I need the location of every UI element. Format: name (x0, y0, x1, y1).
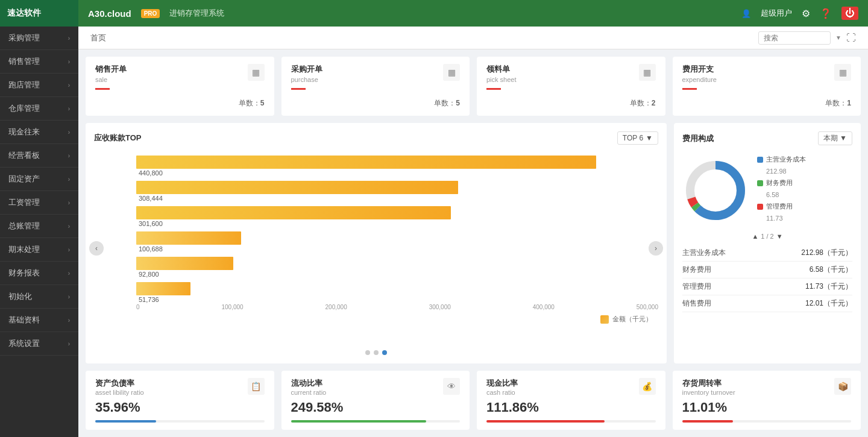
bar-row: 洪海科技 301,600 (136, 201, 658, 224)
bar-row: 广东红升 51,736 (136, 277, 658, 300)
sidebar-item-跑店管理[interactable]: 跑店管理› (0, 74, 78, 97)
period-select[interactable]: 本期 ▼ (818, 131, 852, 145)
stat-cards-row: 销售开单 sale ▦ 单数：5 采购开单 purchase ▦ 单数：5 领料… (86, 57, 861, 116)
chart-dot-1[interactable] (374, 350, 379, 355)
bottom-card-value: 111.86% (486, 400, 656, 415)
sidebar: 速达软件 采购管理›销售管理›跑店管理›仓库管理›现金往来›经营看板›固定资产›… (0, 0, 78, 437)
sidebar-item-销售管理[interactable]: 销售管理› (0, 50, 78, 74)
donut-next[interactable]: ▼ (776, 233, 783, 240)
chart-panel-header: 应收账款TOP TOP 6 ▼ (94, 131, 658, 145)
bar-container: 440,800 (136, 156, 658, 169)
chevron-icon: › (68, 105, 70, 112)
bar-fill (136, 231, 241, 245)
stat-card-sub: sale (95, 76, 127, 83)
legend-name: 财务费用 (766, 178, 793, 187)
progress-bar (291, 420, 426, 423)
legend-dot (757, 204, 763, 210)
donut-stat-label: 销售费用 (682, 298, 711, 309)
period-dropdown-icon: ▼ (840, 134, 847, 142)
sidebar-item-财务报表[interactable]: 财务报表› (0, 262, 78, 285)
legend-item: 管理费用 (757, 202, 806, 211)
donut-stat-value: 12.01（千元） (805, 298, 852, 309)
stat-card-header: 费用开支 expenditure ▦ (682, 64, 852, 83)
settings-icon[interactable]: ⚙ (802, 8, 810, 19)
user-icon: 👤 (741, 9, 751, 18)
sidebar-item-工资管理[interactable]: 工资管理› (0, 191, 78, 215)
legend-item: 财务费用 (757, 178, 806, 187)
bottom-card-value: 11.01% (682, 400, 852, 415)
donut-stat-value: 6.58（千元） (810, 265, 852, 275)
bottom-card-icon: 💰 (639, 378, 656, 395)
bottom-card-title: 存货周转率 (682, 378, 735, 389)
stat-card-title: 领料单 (486, 64, 517, 75)
top-select-dropdown[interactable]: TOP 6 ▼ (617, 131, 658, 145)
donut-stat-row: 销售费用 12.01（千元） (682, 295, 852, 312)
bottom-card-icon: 👁 (443, 378, 460, 395)
sidebar-item-初始化[interactable]: 初始化› (0, 285, 78, 309)
fullscreen-icon[interactable]: ⛶ (846, 33, 856, 43)
bar-fill (136, 181, 458, 194)
logo-text: 速达软件 (7, 8, 41, 19)
sidebar-item-总账管理[interactable]: 总账管理› (0, 215, 78, 238)
sidebar-item-基础资料[interactable]: 基础资料› (0, 309, 78, 332)
bottom-card-cash-ratio: 现金比率 cash ratio 💰 111.86% (477, 371, 665, 430)
legend-value: 6.58 (766, 191, 806, 198)
donut-nav: ▲ 1 / 2 ▼ (682, 233, 852, 240)
top-select-area: TOP 6 ▼ (617, 131, 658, 145)
sidebar-item-固定资产[interactable]: 固定资产› (0, 168, 78, 191)
donut-stat-row: 管理费用 11.73（千元） (682, 278, 852, 295)
stat-card-line (95, 88, 110, 90)
bottom-card-title: 现金比率 (486, 378, 518, 389)
chart-nav-right[interactable]: › (649, 241, 663, 256)
bottom-card-sub: current ratio (291, 389, 327, 396)
stat-card-header: 销售开单 sale ▦ (95, 64, 265, 83)
power-icon[interactable]: ⏻ (841, 7, 858, 20)
donut-chart-area: 主营业务成本 212.98 财务费用 6.58 管理费用 11.73 (682, 155, 852, 225)
bar-container: 100,688 (136, 231, 658, 245)
bar-row: 北京正飞 440,800 (136, 151, 658, 174)
donut-prev[interactable]: ▲ (752, 233, 758, 240)
bottom-card-value: 249.58% (291, 400, 461, 415)
main-area: A30.cloud PRO 进销存管理系统 👤 超级用户 ⚙ ❓ ⏻ 首页 ▼ … (78, 0, 868, 437)
sidebar-item-期末处理[interactable]: 期末处理› (0, 238, 78, 262)
donut-stat-value: 11.73（千元） (805, 281, 852, 292)
donut-svg (682, 157, 749, 224)
system-name: 进销存管理系统 (169, 8, 224, 19)
search-input[interactable] (758, 31, 831, 45)
sidebar-label: 采购管理 (8, 33, 40, 43)
stat-card-header: 采购开单 purchase ▦ (291, 64, 461, 83)
sidebar-item-现金往来[interactable]: 现金往来› (0, 121, 78, 144)
bar-row: 四海音像 100,688 (136, 227, 658, 250)
bar-fill (136, 257, 233, 270)
chart-dot-0[interactable] (365, 350, 370, 355)
progress-bar-container (291, 420, 461, 423)
donut-stats: 主营业务成本 212.98（千元） 财务费用 6.58（千元） 管理费用 11.… (682, 245, 852, 312)
chart-nav-left[interactable]: ‹ (89, 241, 104, 256)
sidebar-item-经营看板[interactable]: 经营看板› (0, 144, 78, 168)
sidebar-item-仓库管理[interactable]: 仓库管理› (0, 97, 78, 121)
bar-container: 92,800 (136, 257, 658, 270)
x-axis-label: 200,000 (326, 304, 347, 310)
sidebar-label: 总账管理 (8, 221, 40, 231)
stat-card-count: 单数：5 (291, 98, 461, 108)
chart-dot-2[interactable] (382, 350, 387, 355)
stat-card-line (682, 88, 697, 90)
stat-card-icon: ▦ (834, 64, 851, 81)
chevron-icon: › (68, 82, 70, 89)
sidebar-item-采购管理[interactable]: 采购管理› (0, 27, 78, 50)
donut-panel: 费用构成 本期 ▼ (674, 123, 861, 363)
sidebar-label: 工资管理 (8, 197, 40, 208)
donut-stat-row: 财务费用 6.58（千元） (682, 262, 852, 278)
legend-value: 212.98 (766, 168, 806, 175)
sidebar-item-系统设置[interactable]: 系统设置› (0, 332, 78, 356)
stat-card-icon: ▦ (248, 64, 265, 81)
sidebar-label: 经营看板 (8, 150, 40, 161)
donut-stat-value: 212.98（千元） (801, 248, 852, 258)
sidebar-label: 固定资产 (8, 174, 40, 184)
help-icon[interactable]: ❓ (820, 8, 832, 19)
bottom-card-inventory-turnover: 存货周转率 inventory turnover 📦 11.01% (673, 371, 861, 430)
stat-card-sub: pick sheet (486, 76, 517, 83)
legend-value: 11.73 (766, 215, 806, 222)
donut-nav-label: 1 / 2 (761, 233, 773, 240)
stat-card-icon: ▦ (443, 64, 460, 81)
